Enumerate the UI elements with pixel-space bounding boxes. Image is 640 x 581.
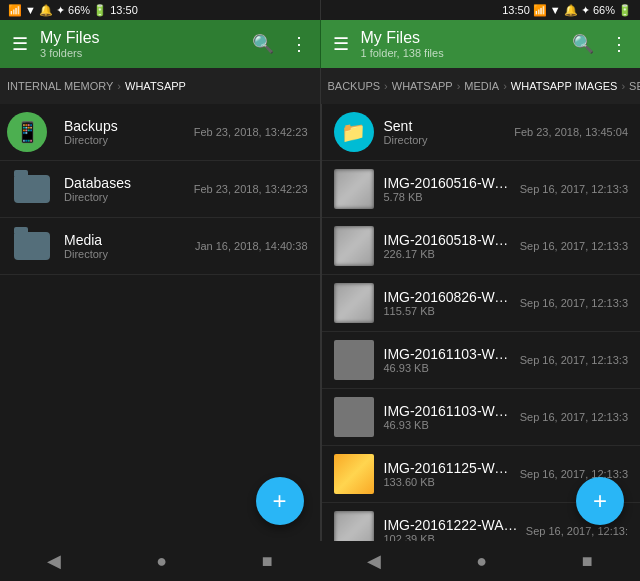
left-breadcrumb-bar: INTERNAL MEMORY › WHATSAPP (0, 68, 320, 104)
recent-button-right[interactable]: ■ (562, 545, 613, 578)
left-app-bar: ☰ My Files 3 folders 🔍 ⋮ (0, 20, 320, 68)
status-time-left: 13:50 (110, 4, 138, 16)
backups-folder-icon: 📱 (12, 112, 52, 152)
img4-size: 46.93 KB (384, 362, 512, 374)
media-name: Media (64, 232, 187, 248)
back-button-right[interactable]: ◀ (347, 544, 401, 578)
content-area: 📱 Backups Directory Feb 23, 2018, 13:42:… (0, 104, 640, 541)
backups-date: Feb 23, 2018, 13:42:23 (194, 126, 308, 138)
sent-info: Sent Directory (384, 118, 507, 146)
media-date: Jan 16, 2018, 14:40:38 (195, 240, 308, 252)
img2-info: IMG-20160518-WA0000.jpg 226.17 KB (384, 232, 512, 260)
img-thumbnail-7 (334, 511, 374, 541)
left-title-block: My Files 3 folders (40, 29, 240, 59)
img3-name: IMG-20160826-WA0000.jpg (384, 289, 512, 305)
right-search-icon[interactable]: 🔍 (568, 29, 598, 59)
img6-size: 133.60 KB (384, 476, 512, 488)
breadcrumb-whatsapp-images[interactable]: WHATSAPP IMAGES (508, 80, 621, 92)
left-overflow-icon[interactable]: ⋮ (286, 29, 312, 59)
databases-date: Feb 23, 2018, 13:42:23 (194, 183, 308, 195)
img5-size: 46.93 KB (384, 419, 512, 431)
img-thumbnail-1 (334, 169, 374, 209)
left-panel: 📱 Backups Directory Feb 23, 2018, 13:42:… (0, 104, 320, 541)
media-info: Media Directory (64, 232, 187, 260)
list-item[interactable]: 📱 Backups Directory Feb 23, 2018, 13:42:… (0, 104, 320, 161)
breadcrumb-backups[interactable]: BACKUPS (325, 80, 384, 92)
img5-info: IMG-20161103-WA0001.jpg 46.93 KB (384, 403, 512, 431)
list-item[interactable]: IMG-20160518-WA0000.jpg 226.17 KB Sep 16… (322, 218, 641, 275)
databases-folder-icon (12, 169, 52, 209)
list-item[interactable]: Media Directory Jan 16, 2018, 14:40:38 (0, 218, 320, 275)
img4-date: Sep 16, 2017, 12:13:3 (520, 354, 628, 366)
status-bar-left: 📶 ▼ 🔔 ✦ 66% 🔋 13:50 (0, 0, 320, 20)
status-icons-left: 📶 ▼ 🔔 ✦ 66% 🔋 (8, 4, 107, 17)
img1-size: 5.78 KB (384, 191, 512, 203)
img5-name: IMG-20161103-WA0001.jpg (384, 403, 512, 419)
recent-button[interactable]: ■ (242, 545, 293, 578)
back-button[interactable]: ◀ (27, 544, 81, 578)
status-icons-right: 📶 ▼ 🔔 ✦ 66% 🔋 (533, 4, 632, 17)
right-overflow-icon[interactable]: ⋮ (606, 29, 632, 59)
right-app-bar: ☰ My Files 1 folder, 138 files 🔍 ⋮ (321, 20, 641, 68)
right-hamburger-icon[interactable]: ☰ (329, 29, 353, 59)
img2-size: 226.17 KB (384, 248, 512, 260)
breadcrumb-internal-memory[interactable]: INTERNAL MEMORY (4, 80, 116, 92)
databases-info: Databases Directory (64, 175, 186, 203)
left-fab-button[interactable]: + (256, 477, 304, 525)
list-item[interactable]: IMG-20160826-WA0000.jpg 115.57 KB Sep 16… (322, 275, 641, 332)
home-button[interactable]: ● (136, 545, 187, 578)
breadcrumb-whatsapp-right[interactable]: WHATSAPP (389, 80, 456, 92)
img7-info: IMG-20161222-WA0000.jpg 102.39 KB (384, 517, 518, 541)
right-fab-button[interactable]: + (576, 477, 624, 525)
img-thumbnail-6 (334, 454, 374, 494)
img2-name: IMG-20160518-WA0000.jpg (384, 232, 512, 248)
right-app-title: My Files (361, 29, 561, 47)
sent-name: Sent (384, 118, 507, 134)
img-thumbnail-3 (334, 283, 374, 323)
img1-date: Sep 16, 2017, 12:13:3 (520, 183, 628, 195)
img7-date: Sep 16, 2017, 12:13: (526, 525, 628, 537)
backups-type: Directory (64, 134, 186, 146)
status-bar-right: 13:50 📶 ▼ 🔔 ✦ 66% 🔋 (321, 0, 641, 20)
right-title-block: My Files 1 folder, 138 files (361, 29, 561, 59)
sent-date: Feb 23, 2018, 13:45:04 (514, 126, 628, 138)
left-search-icon[interactable]: 🔍 (248, 29, 278, 59)
breadcrumb-whatsapp[interactable]: WHATSAPP (122, 80, 189, 92)
img3-date: Sep 16, 2017, 12:13:3 (520, 297, 628, 309)
img-thumbnail-4 (334, 340, 374, 380)
left-hamburger-icon[interactable]: ☰ (8, 29, 32, 59)
breadcrumb-bars: INTERNAL MEMORY › WHATSAPP BACKUPS › WHA… (0, 68, 640, 104)
img6-name: IMG-20161125-WA0000.jpg (384, 460, 512, 476)
breadcrumb-media[interactable]: MEDIA (461, 80, 502, 92)
databases-type: Directory (64, 191, 186, 203)
img5-date: Sep 16, 2017, 12:13:3 (520, 411, 628, 423)
img-thumbnail-2 (334, 226, 374, 266)
app-bars: ☰ My Files 3 folders 🔍 ⋮ ☰ My Files 1 fo… (0, 20, 640, 68)
sent-folder-icon: 📁 (334, 112, 374, 152)
img3-size: 115.57 KB (384, 305, 512, 317)
img6-info: IMG-20161125-WA0000.jpg 133.60 KB (384, 460, 512, 488)
img7-name: IMG-20161222-WA0000.jpg (384, 517, 518, 533)
media-type: Directory (64, 248, 187, 260)
breadcrumb-sent[interactable]: SENT (626, 80, 640, 92)
list-item[interactable]: 📁 Sent Directory Feb 23, 2018, 13:45:04 (322, 104, 641, 161)
backups-info: Backups Directory (64, 118, 186, 146)
status-time-right: 13:50 (502, 4, 530, 16)
img4-info: IMG-20161103-WA0000.jpg 46.93 KB (384, 346, 512, 374)
right-panel: 📁 Sent Directory Feb 23, 2018, 13:45:04 … (321, 104, 641, 541)
backups-name: Backups (64, 118, 186, 134)
img6-date: Sep 16, 2017, 12:13:3 (520, 468, 628, 480)
img7-size: 102.39 KB (384, 533, 518, 541)
list-item[interactable]: IMG-20161103-WA0000.jpg 46.93 KB Sep 16,… (322, 332, 641, 389)
left-app-subtitle: 3 folders (40, 47, 240, 59)
sent-type: Directory (384, 134, 507, 146)
list-item[interactable]: IMG-20160516-WA0000.jpg 5.78 KB Sep 16, … (322, 161, 641, 218)
img1-info: IMG-20160516-WA0000.jpg 5.78 KB (384, 175, 512, 203)
list-item[interactable]: IMG-20161103-WA0001.jpg 46.93 KB Sep 16,… (322, 389, 641, 446)
home-button-right[interactable]: ● (456, 545, 507, 578)
img3-info: IMG-20160826-WA0000.jpg 115.57 KB (384, 289, 512, 317)
right-app-subtitle: 1 folder, 138 files (361, 47, 561, 59)
list-item[interactable]: Databases Directory Feb 23, 2018, 13:42:… (0, 161, 320, 218)
bottom-navigation: ◀ ● ■ ◀ ● ■ (0, 541, 640, 581)
img1-name: IMG-20160516-WA0000.jpg (384, 175, 512, 191)
